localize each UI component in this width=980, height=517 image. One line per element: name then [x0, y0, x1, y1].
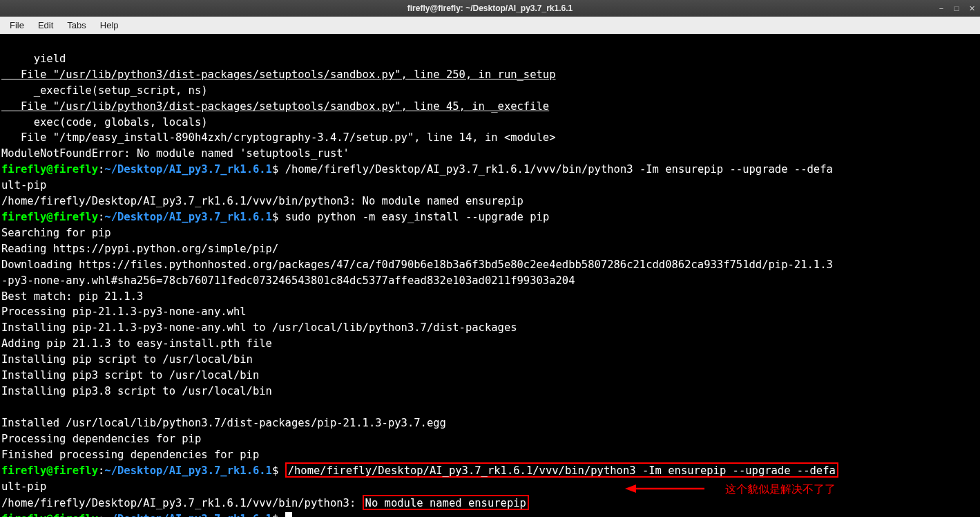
output-line: Processing pip-21.1.3-py3-none-any.whl	[1, 306, 247, 318]
output-line: Searching for pip	[1, 227, 111, 239]
output-line: Installing pip script to /usr/local/bin	[1, 353, 253, 366]
menu-edit[interactable]: Edit	[31, 18, 60, 32]
cursor	[285, 512, 292, 517]
output-line: yield	[1, 53, 66, 65]
output-line: ModuleNotFoundError: No module named 'se…	[1, 147, 349, 160]
output-line: Best match: pip 21.1.3	[1, 290, 143, 303]
output-line: Processing dependencies for pip	[1, 433, 201, 445]
menubar: File Edit Tabs Help	[0, 17, 980, 34]
output-line: /home/firefly/Desktop/AI_py3.7_rk1.6.1/v…	[1, 497, 363, 509]
titlebar: firefly@firefly: ~/Desktop/AI_py3.7_rk1.…	[0, 0, 980, 17]
annotation-arrow-icon	[625, 482, 708, 496]
close-button[interactable]: ✕	[966, 3, 977, 14]
prompt-path: ~/Desktop/AI_py3.7_rk1.6.1	[104, 163, 272, 176]
output-line: -py3-none-any.whl#sha256=78cb760711fedc0…	[1, 274, 575, 287]
prompt-colon: :	[98, 464, 104, 477]
highlight-box: /home/firefly/Desktop/AI_py3.7_rk1.6.1/v…	[285, 462, 838, 478]
prompt-colon: :	[98, 163, 104, 176]
prompt-dollar: $	[272, 211, 278, 223]
output-line: File "/usr/lib/python3/dist-packages/set…	[1, 100, 549, 113]
menu-file[interactable]: File	[3, 18, 31, 32]
output-line: ult-pip	[1, 480, 46, 493]
svg-marker-1	[625, 485, 636, 493]
output-line: Installed /usr/local/lib/python3.7/dist-…	[1, 417, 446, 429]
annotation-text: 这个貌似是解决不了了	[725, 482, 836, 498]
prompt-dollar: $	[272, 163, 278, 176]
output-line: ult-pip	[1, 179, 46, 191]
prompt-user-host: firefly@firefly	[1, 163, 98, 176]
output-line: exec(code, globals, locals)	[1, 116, 208, 129]
error-text: No module named ensurepip	[365, 497, 526, 509]
output-line: File "/tmp/easy_install-890h4zxh/cryptog…	[1, 131, 556, 144]
output-line: Reading https://pypi.python.org/simple/p…	[1, 243, 278, 255]
menu-help[interactable]: Help	[93, 18, 126, 32]
output-line	[1, 401, 8, 413]
prompt-colon: :	[98, 211, 104, 223]
maximize-button[interactable]: □	[951, 3, 962, 14]
output-line: Installing pip3.8 script to /usr/local/b…	[1, 385, 272, 397]
output-line: Adding pip 21.1.3 to easy-install.pth fi…	[1, 337, 272, 350]
prompt-user-host: firefly@firefly	[1, 464, 98, 477]
window-title: firefly@firefly: ~/Desktop/AI_py3.7_rk1.…	[0, 3, 980, 13]
output-line: Finished processing dependencies for pip	[1, 449, 259, 461]
highlight-box: No module named ensurepip	[363, 495, 529, 510]
prompt-dollar: $	[272, 513, 278, 517]
output-line: Installing pip-21.1.3-py3-none-any.whl t…	[1, 321, 517, 334]
prompt-user-host: firefly@firefly	[1, 211, 98, 223]
output-line: _execfile(setup_script, ns)	[1, 84, 208, 97]
prompt-path: ~/Desktop/AI_py3.7_rk1.6.1	[104, 513, 272, 517]
prompt-path: ~/Desktop/AI_py3.7_rk1.6.1	[104, 211, 272, 223]
command-text: /home/firefly/Desktop/AI_py3.7_rk1.6.1/v…	[288, 464, 836, 477]
prompt-dollar: $	[272, 464, 278, 477]
output-line: Downloading https://files.pythonhosted.o…	[1, 258, 833, 271]
terminal[interactable]: yield File "/usr/lib/python3/dist-packag…	[0, 34, 980, 517]
command-text: sudo python -m easy_install --upgrade pi…	[278, 211, 549, 223]
output-line: /home/firefly/Desktop/AI_py3.7_rk1.6.1/v…	[1, 195, 523, 207]
menu-tabs[interactable]: Tabs	[60, 18, 93, 32]
prompt-colon: :	[98, 513, 104, 517]
output-line: File "/usr/lib/python3/dist-packages/set…	[1, 68, 556, 81]
prompt-user-host: firefly@firefly	[1, 513, 98, 517]
minimize-button[interactable]: −	[936, 3, 947, 14]
command-text: /home/firefly/Desktop/AI_py3.7_rk1.6.1/v…	[278, 163, 833, 176]
output-line: Installing pip3 script to /usr/local/bin	[1, 369, 259, 382]
prompt-path: ~/Desktop/AI_py3.7_rk1.6.1	[104, 464, 272, 477]
window-controls: − □ ✕	[936, 0, 977, 17]
